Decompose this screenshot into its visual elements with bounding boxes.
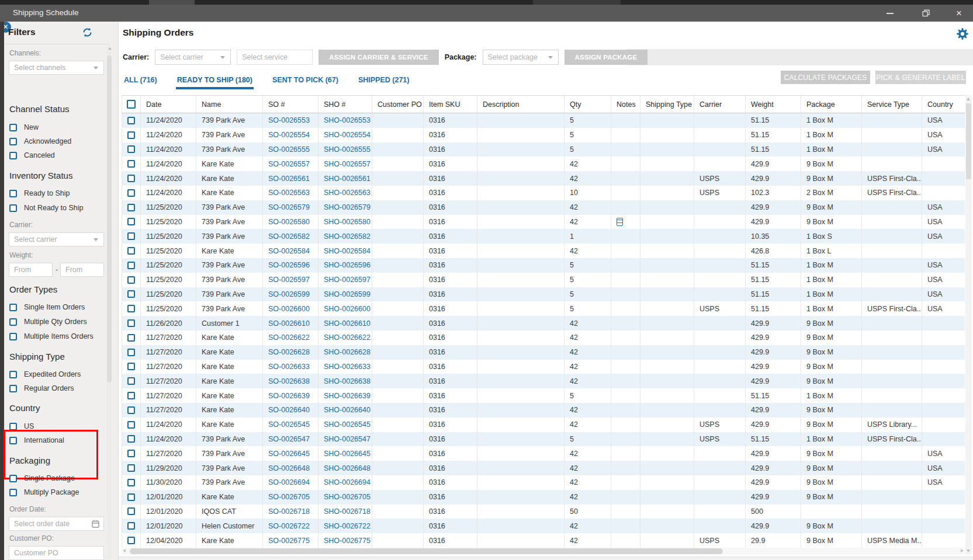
col-date[interactable]: Date <box>141 96 196 113</box>
tab-ready-to-ship[interactable]: READY TO SHIP (180) <box>176 76 254 89</box>
sho-link[interactable]: SHO-0026705 <box>324 493 370 501</box>
so-link[interactable]: SO-0026557 <box>268 160 310 168</box>
weight-to-input[interactable]: From <box>60 263 104 277</box>
sho-link[interactable]: SHO-0026580 <box>324 218 370 226</box>
sho-link[interactable]: SHO-0026597 <box>324 276 370 284</box>
sho-link[interactable]: SHO-0026610 <box>324 319 370 328</box>
order-date-input[interactable]: Select order date <box>9 517 104 531</box>
checkbox[interactable] <box>9 475 17 482</box>
close-button[interactable]: × <box>949 5 969 22</box>
tab-sent-to-pick[interactable]: SENT TO PICK (67) <box>271 76 340 89</box>
carrier-filter-select[interactable]: Select carrier <box>9 232 104 246</box>
checkbox[interactable] <box>9 152 17 159</box>
col-qty[interactable]: Qty <box>565 96 611 113</box>
filter-option-ready-to-ship[interactable]: Ready to Ship <box>9 187 70 200</box>
so-link[interactable]: SO-0026628 <box>268 348 310 356</box>
select-all-checkbox[interactable] <box>127 100 136 109</box>
col-item-sku[interactable]: Item SKU <box>424 96 477 113</box>
row-checkbox[interactable] <box>127 363 135 370</box>
sho-link[interactable]: SHO-0026600 <box>324 305 370 313</box>
sho-link[interactable]: SHO-0026622 <box>324 333 370 342</box>
so-link[interactable]: SO-0026610 <box>268 319 310 328</box>
row-checkbox[interactable] <box>127 377 135 385</box>
sho-link[interactable]: SHO-0026545 <box>324 420 370 429</box>
sho-link[interactable]: SHO-0026628 <box>324 348 370 356</box>
customer-po-input[interactable]: Customer PO <box>9 546 104 560</box>
so-link[interactable]: SO-0026580 <box>268 218 310 226</box>
calculate-packages-button[interactable]: CALCULATE PACKAGES <box>781 71 870 84</box>
row-checkbox[interactable] <box>127 421 135 429</box>
filter-option-new[interactable]: New <box>9 121 39 134</box>
scroll-right-icon[interactable] <box>961 549 964 552</box>
row-checkbox[interactable] <box>127 175 135 182</box>
row-checkbox[interactable] <box>127 450 135 457</box>
row-checkbox[interactable] <box>127 262 135 269</box>
sho-link[interactable]: SHO-0026645 <box>324 450 370 458</box>
vertical-scrollbar[interactable] <box>965 95 972 555</box>
col-carrier[interactable]: Carrier <box>694 96 746 113</box>
filter-option-acknowledged[interactable]: Acknowledged <box>9 135 71 148</box>
sho-link[interactable]: SHO-0026579 <box>324 203 370 211</box>
row-checkbox[interactable] <box>127 479 135 486</box>
sho-link[interactable]: SHO-0026694 <box>324 478 370 486</box>
service-input[interactable]: Select service <box>237 50 313 65</box>
package-select[interactable]: Select package <box>483 50 559 65</box>
scroll-left-icon[interactable] <box>123 549 126 552</box>
sho-link[interactable]: SHO-0026718 <box>324 507 370 516</box>
filter-option-canceled[interactable]: Canceled <box>9 149 55 162</box>
sho-link[interactable]: SHO-0026555 <box>324 145 370 154</box>
sidebar-scrollbar[interactable] <box>107 46 112 560</box>
col-description[interactable]: Description <box>477 96 565 113</box>
row-checkbox[interactable] <box>127 319 135 327</box>
row-checkbox[interactable] <box>127 522 135 530</box>
so-link[interactable]: SO-0026597 <box>268 276 310 284</box>
col-service-type[interactable]: Service Type <box>862 96 922 113</box>
so-link[interactable]: SO-0026600 <box>268 305 310 313</box>
sho-link[interactable]: SHO-0026547 <box>324 435 370 443</box>
tab-shipped[interactable]: SHIPPED (271) <box>357 76 411 89</box>
col-weight[interactable]: Weight <box>746 96 801 113</box>
sidebar-scrollbar-thumb[interactable] <box>107 55 112 382</box>
sho-link[interactable]: SHO-0026553 <box>324 116 370 124</box>
so-link[interactable]: SO-0026775 <box>268 537 310 545</box>
row-checkbox[interactable] <box>127 435 135 443</box>
sho-link[interactable]: SHO-0026639 <box>324 392 370 400</box>
filter-option-single-item-orders[interactable]: Single Item Orders <box>9 301 85 314</box>
checkbox[interactable] <box>9 371 17 378</box>
note-document-icon[interactable] <box>617 218 623 226</box>
so-link[interactable]: SO-0026722 <box>268 522 310 530</box>
filter-option-regular-orders[interactable]: Regular Orders <box>9 382 74 395</box>
assign-package-button[interactable]: ASSIGN PACKAGE <box>565 50 648 65</box>
sho-link[interactable]: SHO-0026722 <box>324 522 370 530</box>
so-link[interactable]: SO-0026639 <box>268 392 310 400</box>
restore-button[interactable] <box>916 5 936 22</box>
sho-link[interactable]: SHO-0026638 <box>324 377 370 385</box>
minimize-button[interactable] <box>880 5 900 22</box>
row-checkbox[interactable] <box>127 392 135 399</box>
weight-from-input[interactable]: From <box>9 263 53 277</box>
row-checkbox[interactable] <box>127 218 135 225</box>
so-link[interactable]: SO-0026633 <box>268 363 310 371</box>
row-checkbox[interactable] <box>127 247 135 255</box>
row-checkbox[interactable] <box>127 189 135 197</box>
so-link[interactable]: SO-0026547 <box>268 435 310 443</box>
vertical-scrollbar-thumb[interactable] <box>966 103 971 179</box>
sho-link[interactable]: SHO-0026633 <box>324 363 370 371</box>
so-link[interactable]: SO-0026694 <box>268 478 310 486</box>
so-link[interactable]: SO-0026622 <box>268 333 310 342</box>
filter-option-not-ready-to-ship[interactable]: Not Ready to Ship <box>9 201 83 214</box>
filter-option-single-package[interactable]: Single Package <box>9 472 75 485</box>
sho-link[interactable]: SHO-0026557 <box>324 160 370 168</box>
scroll-up-icon[interactable] <box>967 98 970 100</box>
checkbox[interactable] <box>9 423 17 430</box>
so-link[interactable]: SO-0026645 <box>268 450 310 458</box>
row-checkbox[interactable] <box>127 334 135 342</box>
so-link[interactable]: SO-0026705 <box>268 493 310 501</box>
row-checkbox[interactable] <box>127 537 135 544</box>
row-checkbox[interactable] <box>127 507 135 515</box>
checkbox[interactable] <box>9 204 17 212</box>
row-checkbox[interactable] <box>127 349 135 356</box>
sho-link[interactable]: SHO-0026599 <box>324 290 370 298</box>
row-checkbox[interactable] <box>127 160 135 168</box>
sho-link[interactable]: SHO-0026596 <box>324 261 370 269</box>
